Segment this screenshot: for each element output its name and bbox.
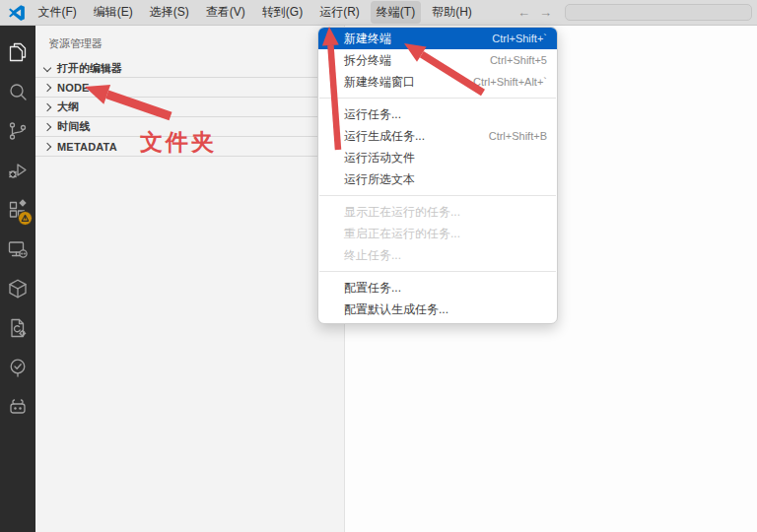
extensions-icon[interactable] xyxy=(0,190,35,230)
chevron-right-icon xyxy=(43,83,51,91)
extensions-warning-badge xyxy=(18,211,33,226)
menu-bar: 文件(F)编辑(E)选择(S)查看(V)转到(G)运行(R)终端(T)帮助(H) xyxy=(30,0,480,25)
terminal-dropdown-menu: 新建终端 Ctrl+Shift+` 拆分终端 Ctrl+Shift+5 新建终端… xyxy=(317,27,558,324)
open-editors-row[interactable]: 打开的编辑器 xyxy=(35,59,344,78)
menu-item[interactable]: 终止任务... xyxy=(318,244,557,266)
menubar-item[interactable]: 查看(V) xyxy=(200,1,251,24)
section-label: NODE xyxy=(57,82,90,94)
robot-icon[interactable] xyxy=(0,387,35,427)
chevron-right-icon xyxy=(43,122,51,130)
approval-check-icon[interactable] xyxy=(0,348,35,387)
menu-item-label: 运行生成任务... xyxy=(344,128,425,145)
explorer-section-row[interactable]: 大纲 xyxy=(35,97,344,116)
menu-item[interactable]: 新建终端 Ctrl+Shift+` xyxy=(318,28,557,49)
menu-item-label: 配置默认生成任务... xyxy=(344,301,448,318)
back-arrow-icon[interactable]: ← xyxy=(517,5,530,20)
menu-separator xyxy=(319,98,556,99)
menu-item[interactable]: 运行活动文件 xyxy=(318,147,557,168)
menu-item[interactable]: 显示正在运行的任务... xyxy=(318,201,557,223)
menu-item-label: 运行任务... xyxy=(344,106,401,123)
menu-item[interactable]: 运行任务... xyxy=(318,103,557,125)
menu-item[interactable]: 新建终端窗口 Ctrl+Shift+Alt+` xyxy=(318,71,557,93)
menu-item[interactable]: 配置默认生成任务... xyxy=(318,299,557,320)
command-center-searchbox[interactable] xyxy=(565,4,752,21)
menu-item[interactable]: 运行生成任务... Ctrl+Shift+B xyxy=(318,125,557,147)
section-label: 大纲 xyxy=(57,100,79,114)
menu-item[interactable]: 重启正在运行的任务... xyxy=(318,223,557,244)
chevron-down-icon xyxy=(43,63,51,71)
vscode-window: 文件(F)编辑(E)选择(S)查看(V)转到(G)运行(R)终端(T)帮助(H)… xyxy=(0,0,757,532)
explorer-sections: NODE 大纲 时间线 METADATA xyxy=(35,77,344,157)
menubar-item[interactable]: 运行(R) xyxy=(313,1,366,24)
explorer-section-row[interactable]: METADATA xyxy=(35,136,344,157)
chevron-right-icon xyxy=(43,102,51,110)
activity-bar xyxy=(0,26,35,532)
menu-item[interactable]: 拆分终端 Ctrl+Shift+5 xyxy=(318,49,557,71)
menubar-item[interactable]: 终端(T) xyxy=(371,1,421,24)
menu-item-label: 新建终端 xyxy=(344,31,391,47)
menu-separator xyxy=(319,271,556,272)
menubar-item[interactable]: 编辑(E) xyxy=(88,1,139,24)
title-bar: 文件(F)编辑(E)选择(S)查看(V)转到(G)运行(R)终端(T)帮助(H)… xyxy=(0,0,757,26)
package-cube-icon[interactable] xyxy=(0,269,35,308)
explorer-section-row[interactable]: 时间线 xyxy=(35,116,344,136)
menu-item[interactable]: 配置任务... xyxy=(318,277,557,299)
explorer-section-row[interactable]: NODE xyxy=(35,77,344,97)
file-gear-icon[interactable] xyxy=(0,308,35,348)
explorer-sidebar: 资源管理器 打开的编辑器 NODE 大纲 时间线 METADATA xyxy=(35,26,345,532)
source-control-icon[interactable] xyxy=(0,111,35,151)
menu-item-shortcut: Ctrl+Shift+` xyxy=(478,33,547,44)
menu-item-shortcut: Ctrl+Shift+5 xyxy=(476,54,547,66)
menu-separator xyxy=(319,195,556,196)
vscode-logo-icon xyxy=(8,4,26,22)
warning-triangle-icon xyxy=(21,214,30,223)
open-editors-label: 打开的编辑器 xyxy=(57,61,122,76)
menu-item-label: 拆分终端 xyxy=(344,52,391,69)
menu-item-label: 终止任务... xyxy=(344,247,401,264)
menu-item-shortcut: Ctrl+Shift+Alt+` xyxy=(459,76,547,88)
remote-explorer-icon[interactable] xyxy=(0,230,35,269)
menu-item-label: 运行活动文件 xyxy=(344,150,415,166)
explorer-icon[interactable] xyxy=(0,33,35,72)
menu-item-shortcut: Ctrl+Shift+B xyxy=(475,130,547,142)
sidebar-title: 资源管理器 xyxy=(35,33,103,53)
menubar-item[interactable]: 帮助(H) xyxy=(426,1,478,24)
section-label: 时间线 xyxy=(57,119,91,134)
section-label: METADATA xyxy=(57,141,117,153)
forward-arrow-icon[interactable]: → xyxy=(539,5,552,20)
menubar-item[interactable]: 选择(S) xyxy=(144,1,195,24)
menubar-item[interactable]: 文件(F) xyxy=(33,1,83,24)
history-nav: ← → xyxy=(517,5,552,20)
menu-item-label: 显示正在运行的任务... xyxy=(344,204,460,221)
run-debug-icon[interactable] xyxy=(0,151,35,190)
menu-item-label: 配置任务... xyxy=(344,280,401,297)
menu-item[interactable]: 运行所选文本 xyxy=(318,168,557,190)
menu-item-label: 新建终端窗口 xyxy=(344,74,415,91)
menubar-item[interactable]: 转到(G) xyxy=(256,1,309,24)
search-icon[interactable] xyxy=(0,72,35,111)
menu-item-label: 重启正在运行的任务... xyxy=(344,226,460,242)
chevron-right-icon xyxy=(43,142,51,150)
menu-item-label: 运行所选文本 xyxy=(344,171,415,188)
